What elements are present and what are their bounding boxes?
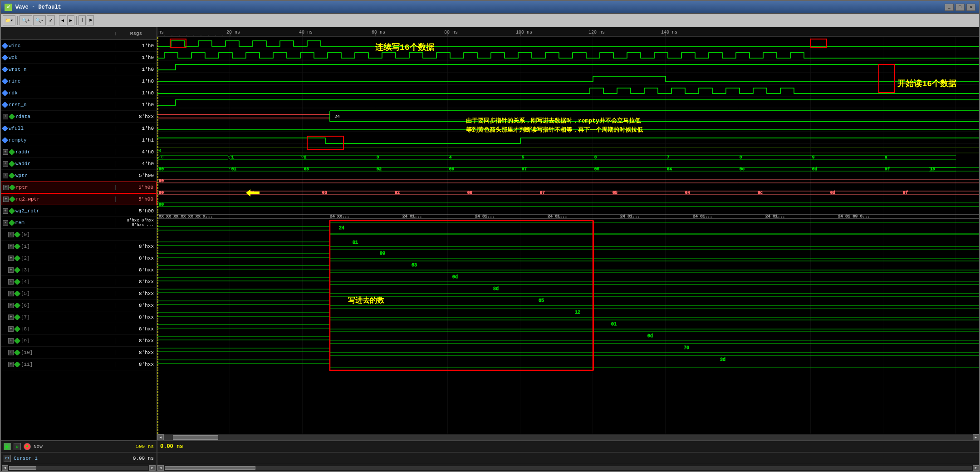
- svg-text:01: 01: [611, 322, 617, 327]
- maximize-button[interactable]: □: [956, 4, 965, 11]
- scroll-left-signal[interactable]: ◀: [2, 465, 8, 471]
- expand-icon[interactable]: +: [8, 244, 14, 249]
- svg-rect-26: [157, 37, 979, 434]
- signal-row-sub[interactable]: +[2] 8'hxx: [1, 252, 157, 264]
- signal-scroll-thumb[interactable]: [9, 466, 36, 470]
- toolbar-cursor[interactable]: |: [78, 15, 86, 25]
- signal-row-sub[interactable]: + [0]: [1, 229, 157, 241]
- waveform-canvas[interactable]: 24 0 0: [157, 37, 979, 434]
- svg-text:3d: 3d: [720, 357, 725, 362]
- signal-row[interactable]: rdk 1'h0: [1, 87, 157, 99]
- horizontal-scrollbar[interactable]: ◀ ▶: [157, 434, 979, 440]
- waveform-panel[interactable]: ns 20 ns 40 ns 60 ns 80 ns 100 ns 120 ns…: [157, 27, 979, 440]
- signal-value: 1'h0: [116, 55, 157, 60]
- signal-row-sub[interactable]: +[5] 8'hxx: [1, 288, 157, 300]
- signal-row[interactable]: winc 1'h0: [1, 40, 157, 52]
- toolbar-file[interactable]: 📁▾: [3, 15, 15, 25]
- toolbar-next[interactable]: ▶: [67, 15, 74, 25]
- signal-row[interactable]: rinc 1'h0: [1, 75, 157, 87]
- close-button[interactable]: ✕: [966, 4, 975, 11]
- signal-row-sub[interactable]: +[8] 8'hxx: [1, 323, 157, 335]
- signal-row[interactable]: rrst_n 1'h0: [1, 99, 157, 111]
- toolbar-zoom-out[interactable]: 🔍-: [33, 15, 46, 25]
- expand-icon[interactable]: +: [8, 279, 14, 285]
- expand-icon[interactable]: +: [3, 114, 8, 119]
- signal-value: 8'hxx: [116, 256, 157, 261]
- expand-icon[interactable]: +: [8, 232, 14, 237]
- signal-scrollbar[interactable]: ◀ ▶: [1, 464, 157, 471]
- signal-row-sub[interactable]: +[10] 8'hxx: [1, 347, 157, 359]
- signal-scroll-track[interactable]: [9, 466, 148, 470]
- expand-icon[interactable]: +: [8, 291, 14, 296]
- signal-name: rdata: [15, 114, 114, 119]
- signal-row[interactable]: wrst_n 1'h0: [1, 64, 157, 75]
- wave-scrollbar[interactable]: ◀ ▶: [157, 464, 979, 471]
- expand-icon[interactable]: +: [8, 362, 14, 367]
- wave-scroll-track[interactable]: [165, 466, 972, 470]
- expand-icon[interactable]: +: [3, 208, 8, 214]
- expand-icon[interactable]: +: [3, 185, 9, 190]
- signal-row-sub[interactable]: +[11] 8'hxx: [1, 359, 157, 370]
- signal-row[interactable]: + rdata 8'hxx: [1, 111, 157, 123]
- scroll-right-button[interactable]: ▶: [973, 434, 979, 441]
- signal-name: [1]: [21, 244, 114, 249]
- signal-row-rq2-wptr[interactable]: + rq2_wptr 5'h00: [1, 193, 157, 205]
- toolbar-prev[interactable]: ◀: [59, 15, 66, 25]
- toolbar-zoom-fit[interactable]: ⤢: [47, 15, 55, 25]
- expand-icon[interactable]: +: [8, 303, 14, 308]
- scroll-thumb[interactable]: [173, 435, 218, 440]
- window-controls[interactable]: _ □ ✕: [945, 4, 975, 11]
- signal-row[interactable]: + raddr 4'h0: [1, 146, 157, 158]
- signal-icon: [2, 138, 8, 143]
- now-label: Now: [34, 444, 43, 449]
- signal-row-sub[interactable]: + [1] 8'hxx: [1, 241, 157, 252]
- expand-icon[interactable]: +: [3, 173, 8, 178]
- scroll-right-wave[interactable]: ▶: [973, 465, 979, 471]
- svg-text:07: 07: [522, 167, 527, 172]
- time-ruler: ns 20 ns 40 ns 60 ns 80 ns 100 ns 120 ns…: [157, 27, 979, 37]
- expand-icon[interactable]: +: [3, 197, 9, 202]
- scroll-track[interactable]: [164, 435, 973, 440]
- signal-name: rinc: [9, 79, 114, 84]
- toolbar-marker[interactable]: ⚑: [87, 15, 94, 25]
- svg-text:18: 18: [930, 167, 935, 172]
- signal-row-rptr[interactable]: + rptr 5'h00: [1, 182, 157, 193]
- signal-value: 8'hxx: [116, 279, 157, 285]
- expand-icon[interactable]: +: [3, 161, 8, 167]
- minimize-button[interactable]: _: [945, 4, 954, 11]
- signal-row-sub[interactable]: +[7] 8'hxx: [1, 311, 157, 323]
- expand-icon[interactable]: +: [8, 350, 14, 355]
- signal-value: 8'hxx: [116, 114, 157, 119]
- svg-text:5: 5: [522, 155, 524, 160]
- signal-value: 1'h1: [116, 138, 157, 143]
- toolbar-zoom-in[interactable]: 🔍+: [20, 15, 32, 25]
- svg-text:65: 65: [539, 298, 544, 303]
- wave-scroll-thumb[interactable]: [165, 466, 255, 470]
- signal-row[interactable]: + wptr 5'h00: [1, 170, 157, 182]
- signal-row[interactable]: + waddr 4'h0: [1, 158, 157, 170]
- signal-row-sub[interactable]: +[3] 8'hxx: [1, 264, 157, 276]
- scroll-left-button[interactable]: ◀: [157, 434, 164, 441]
- scroll-right-signal[interactable]: ▶: [149, 465, 156, 471]
- signal-row[interactable]: wck 1'h0: [1, 52, 157, 64]
- signal-row-mem[interactable]: - mem 8'hxx 8'hxx 8'hxx ...: [1, 217, 157, 229]
- svg-text:0: 0: [158, 148, 161, 153]
- signal-row[interactable]: wfull 1'h0: [1, 123, 157, 134]
- expand-icon[interactable]: +: [8, 338, 14, 344]
- expand-icon[interactable]: +: [8, 315, 14, 320]
- signal-value: 4'h0: [116, 149, 157, 155]
- signal-row-sub[interactable]: +[9] 8'hxx: [1, 335, 157, 347]
- expand-icon[interactable]: +: [8, 267, 14, 273]
- expand-icon[interactable]: +: [8, 326, 14, 332]
- expand-icon[interactable]: -: [3, 220, 8, 226]
- signal-row-sub[interactable]: +[4] 8'hxx: [1, 276, 157, 288]
- scroll-left-wave[interactable]: ◀: [157, 465, 164, 471]
- signal-name: wptr: [15, 173, 114, 178]
- expand-icon[interactable]: +: [3, 149, 8, 155]
- signal-row[interactable]: + wq2_rptr 5'h00: [1, 205, 157, 217]
- time-marker: 0.00 ns: [160, 443, 183, 450]
- signal-name: wq2_rptr: [15, 208, 114, 214]
- expand-icon[interactable]: +: [8, 256, 14, 261]
- signal-row[interactable]: rempty 1'h1: [1, 134, 157, 146]
- signal-row-sub[interactable]: +[6] 8'hxx: [1, 300, 157, 311]
